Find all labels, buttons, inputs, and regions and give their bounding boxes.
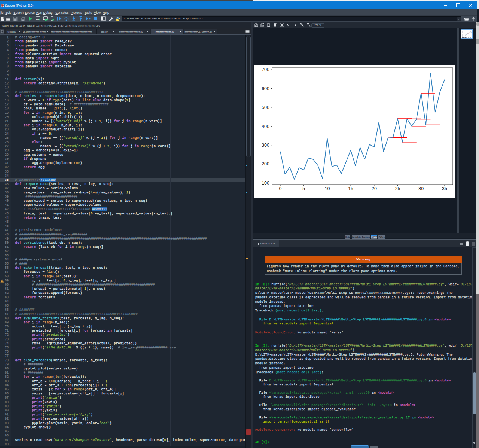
svg-text:5: 5	[302, 186, 305, 191]
svg-text:400: 400	[262, 124, 269, 129]
svg-text:100: 100	[262, 180, 269, 186]
svg-text:600: 600	[262, 86, 269, 91]
svg-text:30: 30	[418, 186, 424, 191]
svg-text:0: 0	[279, 186, 282, 191]
svg-text:500: 500	[262, 105, 269, 110]
svg-text:300: 300	[262, 143, 269, 148]
svg-text:10: 10	[324, 186, 330, 191]
svg-text:700: 700	[262, 67, 269, 72]
svg-text:15: 15	[348, 186, 353, 191]
svg-text:35: 35	[442, 186, 447, 191]
svg-text:25: 25	[395, 186, 400, 191]
svg-text:20: 20	[372, 186, 377, 191]
svg-text:200: 200	[262, 161, 269, 167]
